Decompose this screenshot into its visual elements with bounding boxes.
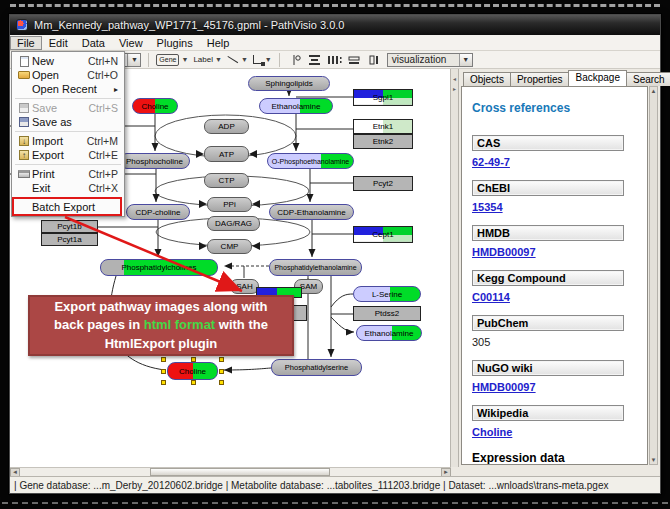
selection-handle[interactable]: [161, 380, 166, 385]
node-label: ATP: [219, 150, 234, 159]
visualization-dropdown-icon[interactable]: ▼: [459, 54, 472, 66]
sidebar-scrollbar[interactable]: ▲ ▼: [649, 86, 658, 465]
xref-section-hmdb: HMDB HMDB00097: [472, 225, 641, 258]
menu-item-new[interactable]: NewCtrl+N: [12, 54, 124, 68]
canvas-hscrollbar[interactable]: ◄ ►: [10, 467, 451, 476]
node-cmp[interactable]: CMP: [207, 239, 252, 254]
node-label: SAM: [300, 282, 317, 291]
node-ctp[interactable]: CTP: [204, 173, 249, 188]
node-ppi[interactable]: PPi: [207, 197, 252, 212]
selection-handle[interactable]: [219, 357, 224, 362]
node-label: Ptdss2: [375, 309, 399, 318]
gene-box-sgpl1[interactable]: Sgpl1: [353, 89, 413, 106]
node-sphingolipids[interactable]: Sphingolipids: [248, 76, 330, 91]
tab-search[interactable]: Search: [626, 72, 670, 86]
menu-edit[interactable]: Edit: [42, 36, 75, 50]
menu-help[interactable]: Help: [200, 36, 237, 50]
hscroll-thumb[interactable]: [150, 468, 330, 476]
selection-handle[interactable]: [161, 357, 166, 362]
label-tool-icon: Label: [193, 55, 213, 64]
align-center-x-icon[interactable]: [287, 54, 302, 66]
menu-data[interactable]: Data: [75, 36, 112, 50]
gene-box-cept1[interactable]: Cept1: [353, 226, 413, 243]
line-tool-button[interactable]: ▼: [227, 55, 248, 65]
selection-handle[interactable]: [219, 369, 224, 374]
gene-box-etnk1[interactable]: Etnk1: [353, 119, 413, 134]
chevron-down-icon[interactable]: ▼: [181, 56, 188, 63]
gene-box-pcyt1a[interactable]: Pcyt1a: [41, 233, 98, 246]
menu-item-save[interactable]: SaveCtrl+S: [12, 101, 124, 115]
node-sah[interactable]: SAH: [230, 279, 259, 294]
menu-item-open-recent[interactable]: Open Recent▸: [12, 82, 124, 96]
menu-view[interactable]: View: [112, 36, 150, 50]
node-label: CTP: [219, 176, 235, 185]
node-label: Etnk1: [373, 122, 393, 131]
node-phosphatidylserine[interactable]: Phosphatidylserine: [271, 359, 362, 376]
panel-splitter[interactable]: ◂▸: [451, 69, 459, 467]
menu-item-exit[interactable]: ExitCtrl+X: [12, 181, 124, 195]
menu-item-import[interactable]: ↓ ImportCtrl+M: [12, 134, 124, 148]
node-cdp-choline[interactable]: CDP-choline: [126, 204, 190, 220]
common-width-icon[interactable]: [347, 54, 362, 66]
xref-header: PubChem: [472, 315, 624, 331]
selection-handle[interactable]: [219, 380, 224, 385]
menu-item-save-as[interactable]: Save as: [12, 115, 124, 129]
node-cdp-ethanolamine[interactable]: CDP-Ethanolamine: [269, 204, 354, 220]
connector-tool-button[interactable]: ▼: [253, 55, 272, 64]
common-height-icon[interactable]: [367, 54, 382, 66]
scroll-down-icon[interactable]: ▼: [651, 457, 657, 463]
gene-tool-button[interactable]: Gene ▼: [156, 54, 188, 66]
menu-item-export[interactable]: ↑ ExportCtrl+E: [12, 148, 124, 162]
distribute-vertical-icon[interactable]: [307, 54, 322, 66]
menu-item-batch-export[interactable]: Batch Export: [12, 200, 124, 214]
node-phosphatidylcholines[interactable]: Phosphatidylcholines: [100, 259, 218, 276]
gene-box-ptdss2[interactable]: Ptdss2: [353, 306, 421, 321]
distribute-horizontal-icon[interactable]: [327, 54, 342, 66]
xref-link[interactable]: HMDB00097: [472, 246, 536, 258]
node-adp[interactable]: ADP: [204, 119, 249, 134]
label-tool-button[interactable]: Label ▼: [193, 55, 222, 64]
tab-properties[interactable]: Properties: [510, 72, 570, 86]
menu-item-open[interactable]: OpenCtrl+O: [12, 68, 124, 82]
submenu-arrow-icon: ▸: [114, 85, 118, 94]
node-ethanolamine-bottom[interactable]: Ethanolamine: [356, 325, 422, 341]
annotation-highlight: html format: [144, 317, 216, 332]
node-phosphocholine[interactable]: Phosphocholine: [119, 153, 190, 169]
gene-box-pcyt1b[interactable]: Pcyt1b: [41, 220, 98, 233]
selection-handle[interactable]: [191, 357, 196, 362]
chevron-down-icon[interactable]: ▼: [215, 56, 222, 63]
node-label: Pcyt1a: [57, 235, 81, 244]
scroll-up-icon[interactable]: ▲: [651, 88, 657, 94]
xref-link[interactable]: 62-49-7: [472, 156, 510, 168]
node-label: Phosphatidylethanolamine: [274, 264, 356, 271]
tab-objects[interactable]: Objects: [463, 72, 511, 86]
gene-box-etnk2[interactable]: Etnk2: [353, 134, 413, 149]
gene-box-pcyt2[interactable]: Pcyt2: [353, 176, 413, 191]
menu-item-print[interactable]: PrintCtrl+P: [12, 167, 124, 181]
chevron-down-icon[interactable]: ▼: [265, 56, 272, 63]
title-bar[interactable]: Mm_Kennedy_pathway_WP1771_45176.gpml - P…: [10, 15, 660, 35]
chevron-down-icon[interactable]: ▼: [241, 56, 248, 63]
xref-header: Wikipedia: [472, 405, 624, 421]
selection-handle[interactable]: [161, 369, 166, 374]
node-ethanolamine[interactable]: Ethanolamine: [259, 98, 333, 114]
node-choline[interactable]: Choline: [132, 98, 178, 114]
node-phosphatidylethanolamine[interactable]: Phosphatidylethanolamine: [269, 259, 362, 276]
xref-link[interactable]: Choline: [472, 426, 512, 438]
menu-file[interactable]: File: [10, 36, 42, 50]
new-file-icon: [20, 56, 29, 67]
xref-link[interactable]: 15354: [472, 201, 503, 213]
node-l-serine[interactable]: L-Serine: [353, 286, 421, 302]
zoom-dropdown-icon[interactable]: ▼: [127, 54, 140, 66]
node-o-phosphoethanolamine[interactable]: O-Phosphoethanolamine: [267, 153, 354, 169]
node-atp[interactable]: ATP: [204, 146, 249, 162]
node-dag[interactable]: DAG/RAG: [207, 216, 260, 231]
visualization-combobox[interactable]: visualization ▼: [387, 53, 473, 67]
tab-backpage[interactable]: Backpage: [568, 70, 626, 86]
selection-handle[interactable]: [191, 380, 196, 385]
xref-link[interactable]: HMDB00097: [472, 381, 536, 393]
menu-plugins[interactable]: Plugins: [150, 36, 200, 50]
screenshot-stage: Mm_Kennedy_pathway_WP1771_45176.gpml - P…: [0, 0, 670, 509]
node-choline-selected[interactable]: Choline: [167, 362, 218, 380]
xref-link[interactable]: C00114: [472, 291, 510, 303]
